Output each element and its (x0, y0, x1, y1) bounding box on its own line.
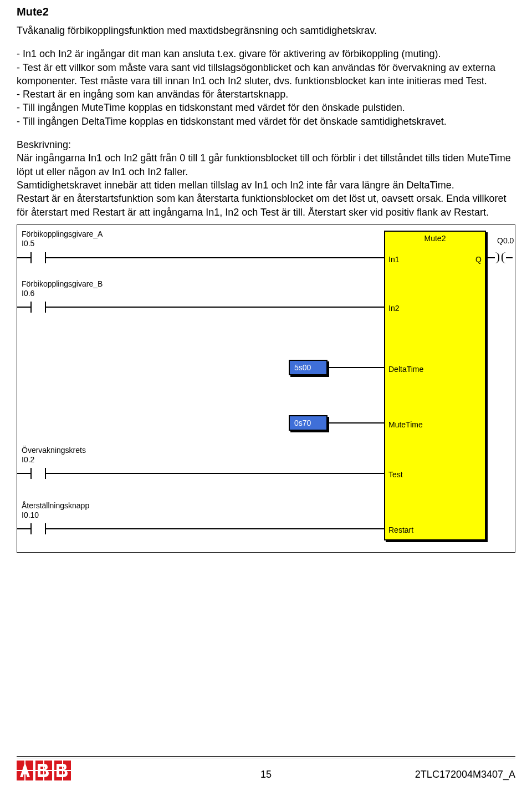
pin-in1: In1 (388, 255, 399, 264)
pin-q: Q (475, 255, 482, 264)
document-id: 2TLC172004M3407_A (415, 769, 515, 780)
wire (329, 422, 384, 423)
description-line: Samtidighetskravet innebär att tiden mel… (17, 180, 454, 191)
pin-mutetime: MuteTime (388, 420, 423, 429)
function-block-title: Mute2 (385, 234, 485, 243)
bullet-item: - Restart är en ingång som kan användas … (17, 88, 515, 101)
description-line: När ingångarna In1 och In2 gått från 0 t… (17, 152, 511, 177)
input-address: I0.6 (22, 289, 34, 298)
footer-rule-shadow (17, 758, 515, 758)
constant-box-mutetime: 0s70 (289, 415, 328, 431)
wire (329, 367, 384, 368)
wire (506, 257, 513, 258)
ladder-contact (17, 302, 62, 313)
pin-deltatime: DeltaTime (388, 365, 423, 374)
bullet-item: - In1 och In2 är ingångar dit man kan an… (17, 47, 515, 60)
description-line: Restart är en återstartsfunktion som kan… (17, 193, 506, 217)
wire (62, 528, 384, 529)
input-name: Förbikopplingsgivare_A (22, 229, 103, 238)
input-label: Förbikopplingsgivare_B I0.6 (22, 279, 103, 298)
input-name: Övervakningskrets (22, 446, 86, 455)
bullet-item: - Till ingången MuteTime kopplas en tids… (17, 101, 515, 114)
pin-test: Test (388, 470, 403, 479)
description-label: Beskrivning: (17, 139, 71, 150)
input-label: Förbikopplingsgivare_A I0.5 (22, 229, 103, 248)
bullet-list: - In1 och In2 är ingångar dit man kan an… (17, 47, 515, 128)
input-label: Övervakningskrets I0.2 (22, 446, 86, 465)
description-block: Beskrivning: När ingångarna In1 och In2 … (17, 138, 515, 219)
intro-text: Tvåkanalig förbikopplingsfunktion med ma… (17, 24, 515, 37)
input-label: Återställningsknapp I0.10 (22, 501, 89, 520)
constant-box-deltatime: 5s00 (289, 360, 328, 375)
bullet-item: - Test är ett villkor som måste vara san… (17, 61, 515, 88)
output-coil (495, 252, 506, 263)
pin-in2: In2 (388, 304, 399, 313)
wire (62, 307, 384, 308)
ladder-contact (17, 252, 62, 263)
page-title: Mute2 (17, 6, 515, 18)
ladder-contact (17, 523, 62, 534)
input-address: I0.5 (22, 239, 34, 248)
function-block-mute2: Mute2 In1 Q In2 DeltaTime MuteTime Test … (384, 231, 486, 540)
bullet-item: - Till ingången DeltaTime kopplas en tid… (17, 115, 515, 128)
input-name: Förbikopplingsgivare_B (22, 279, 103, 288)
input-address: I0.10 (22, 511, 39, 519)
footer-rule (17, 756, 515, 757)
wire (485, 257, 495, 258)
ladder-diagram: Mute2 In1 Q In2 DeltaTime MuteTime Test … (17, 224, 515, 553)
wire (62, 257, 384, 258)
wire (62, 473, 384, 474)
input-address: I0.2 (22, 455, 34, 464)
output-address: Q0.0 (497, 236, 514, 245)
input-name: Återställningsknapp (22, 501, 89, 510)
pin-restart: Restart (388, 525, 413, 534)
ladder-contact (17, 468, 62, 479)
